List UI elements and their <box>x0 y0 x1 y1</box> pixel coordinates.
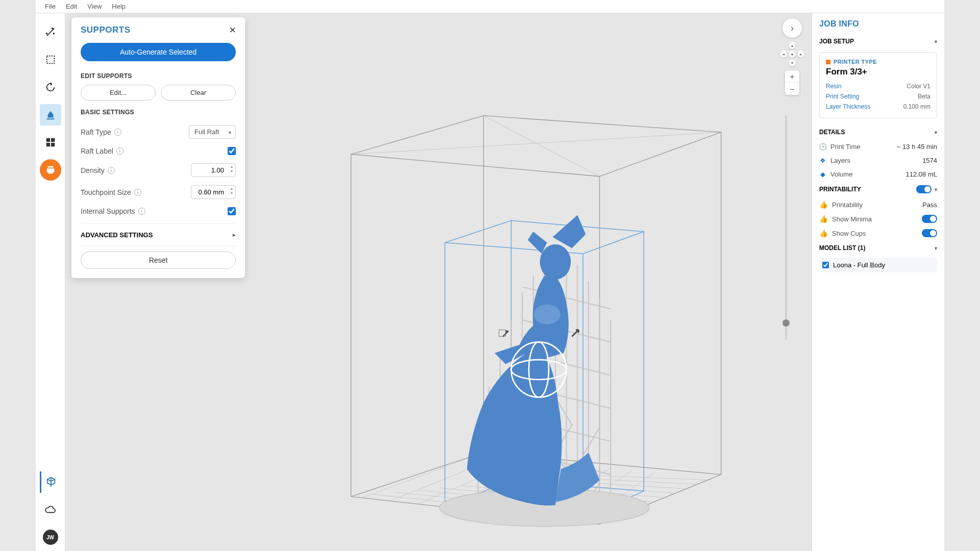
info-icon[interactable]: i <box>108 167 115 174</box>
show-minima-toggle[interactable] <box>922 215 937 223</box>
menu-file[interactable]: File <box>40 1 61 12</box>
layer-thickness-value: 0.100 mm <box>903 103 930 110</box>
svg-rect-7 <box>48 171 53 174</box>
details-label: DETAILS <box>819 129 845 136</box>
volume-label: Volume <box>830 170 852 178</box>
layers-label: Layers <box>830 157 850 164</box>
edit-button[interactable]: Edit... <box>81 85 156 101</box>
zoom-control: + − <box>785 70 799 95</box>
printability-heading: PRINTABILITY <box>819 186 861 193</box>
touchpoint-input[interactable] <box>191 185 236 199</box>
show-cups-toggle[interactable] <box>922 229 937 237</box>
thumbs-up-icon: 👍 <box>819 201 828 209</box>
resin-value: Color V1 <box>906 83 930 90</box>
layers-icon: ❖ <box>819 157 826 164</box>
thumbs-up-icon: 👍 <box>819 229 828 237</box>
print-setting-value: Beta <box>918 93 930 100</box>
menu-edit[interactable]: Edit <box>61 1 82 12</box>
raft-label-checkbox[interactable] <box>228 147 236 155</box>
close-icon[interactable]: × <box>229 24 236 36</box>
build-volume-scene <box>218 44 771 541</box>
orient-icon[interactable] <box>40 77 61 98</box>
info-icon[interactable]: i <box>138 208 145 215</box>
svg-rect-5 <box>47 166 53 168</box>
collapse-panel-button[interactable]: › <box>782 18 802 38</box>
clear-button[interactable]: Clear <box>161 85 236 101</box>
layer-thickness-label: Layer Thickness <box>826 103 870 110</box>
internal-supports-checkbox[interactable] <box>228 207 236 215</box>
show-cups-label: Show Cups <box>832 230 866 237</box>
svg-rect-1 <box>46 138 50 142</box>
supports-panel: SUPPORTS × Auto-Generate Selected EDIT S… <box>71 17 245 278</box>
user-avatar[interactable]: JW <box>40 527 61 548</box>
orbit-left[interactable]: ◂ <box>780 51 787 58</box>
supports-icon[interactable] <box>40 104 61 126</box>
zoom-out-button[interactable]: − <box>785 83 799 95</box>
chevron-down-icon: ▾ <box>935 245 937 251</box>
select-icon[interactable] <box>40 49 61 70</box>
printability-section[interactable]: PRINTABILITY ▾ <box>819 181 937 197</box>
job-setup-section[interactable]: JOB SETUP ▾ <box>819 34 937 49</box>
printability-label: Printability <box>832 201 863 209</box>
volume-value: 112.08 mL <box>906 170 937 178</box>
chevron-down-icon: ▾ <box>935 187 937 192</box>
view-3d-icon[interactable] <box>40 471 61 493</box>
print-time-value: ~ 13 h 45 min <box>897 143 937 151</box>
info-icon[interactable]: i <box>116 147 124 155</box>
orbit-right[interactable]: ▸ <box>797 51 804 58</box>
orbit-home[interactable]: ● <box>789 51 796 58</box>
svg-rect-4 <box>51 143 54 146</box>
density-input[interactable] <box>191 163 236 177</box>
show-minima-label: Show Minima <box>832 215 872 223</box>
printer-type-label: PRINTER TYPE <box>826 59 930 65</box>
auto-generate-button[interactable]: Auto-Generate Selected <box>81 43 236 61</box>
zoom-in-button[interactable]: + <box>785 70 799 83</box>
printer-card[interactable]: PRINTER TYPE Form 3/3+ ResinColor V1 Pri… <box>819 52 937 118</box>
svg-rect-2 <box>51 138 54 142</box>
layer-slider-track[interactable] <box>785 115 787 340</box>
printer-name: Form 3/3+ <box>826 67 930 77</box>
model-list-section[interactable]: MODEL LIST (1) ▾ <box>819 240 937 256</box>
menu-help[interactable]: Help <box>107 1 131 12</box>
menu-view[interactable]: View <box>82 1 107 12</box>
cloud-icon[interactable] <box>40 499 61 520</box>
orbit-up[interactable]: ▴ <box>789 42 796 49</box>
details-section[interactable]: DETAILS ▾ <box>819 124 937 140</box>
orbit-down[interactable]: ▾ <box>789 59 796 66</box>
touchpoint-label: Touchpoint Size <box>81 188 131 196</box>
magic-wand-icon[interactable] <box>40 21 61 43</box>
svg-rect-3 <box>46 143 50 146</box>
advanced-settings-toggle[interactable]: ADVANCED SETTINGS ▸ <box>81 223 236 244</box>
print-time-label: Print Time <box>830 143 861 151</box>
internal-supports-label: Internal Supports <box>81 207 135 215</box>
orbit-dpad: ▴ ▾ ◂ ▸ ● <box>780 42 804 66</box>
job-info-panel: JOB INFO JOB SETUP ▾ PRINTER TYPE Form 3… <box>812 13 944 551</box>
model-name: Loona - Full Body <box>833 261 885 269</box>
info-icon[interactable]: i <box>114 129 121 136</box>
volume-icon: ◆ <box>819 171 826 178</box>
layout-icon[interactable] <box>40 132 61 153</box>
raft-type-select[interactable]: Full Raft <box>189 125 236 139</box>
model-visibility-checkbox[interactable] <box>822 262 829 268</box>
model-list-item[interactable]: Loona - Full Body <box>819 258 937 272</box>
print-icon[interactable] <box>40 159 61 181</box>
panel-title: SUPPORTS <box>81 25 131 35</box>
thumbs-up-icon: 👍 <box>819 215 828 223</box>
basic-settings-heading: BASIC SETTINGS <box>81 109 236 116</box>
job-setup-label: JOB SETUP <box>819 38 854 45</box>
model-list-label: MODEL LIST (1) <box>819 244 865 252</box>
svg-rect-0 <box>46 56 54 64</box>
menubar: File Edit View Help <box>36 0 944 13</box>
printability-value: Pass <box>922 201 937 209</box>
printer-icon <box>826 60 830 64</box>
raft-label-label: Raft Label <box>81 147 113 155</box>
svg-point-9 <box>540 244 571 280</box>
info-icon[interactable]: i <box>134 189 141 196</box>
layer-slider-thumb[interactable] <box>782 319 790 327</box>
chevron-right-icon: ▸ <box>233 232 236 238</box>
layers-value: 1574 <box>922 157 937 164</box>
reset-button[interactable]: Reset <box>81 252 236 269</box>
printability-toggle[interactable] <box>916 185 932 193</box>
print-setting-label: Print Setting <box>826 93 859 100</box>
density-label: Density <box>81 166 105 174</box>
